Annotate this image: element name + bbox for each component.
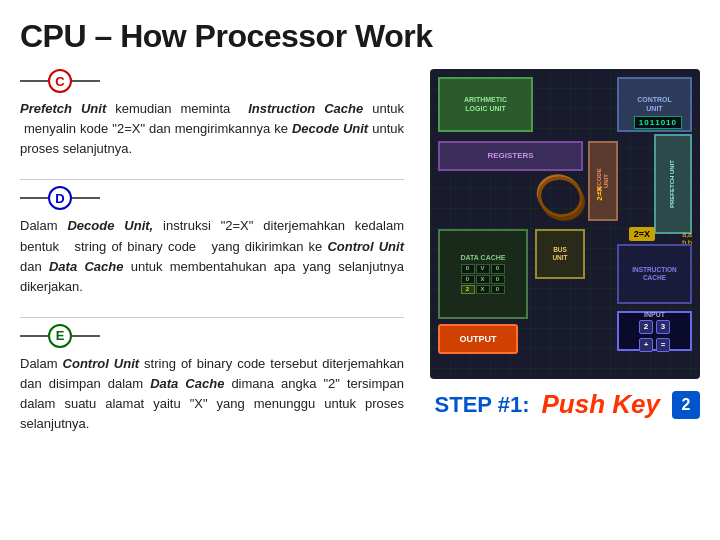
input-label: INPUT xyxy=(644,311,665,318)
dc-cell: 0 xyxy=(491,285,505,294)
circle-d: D xyxy=(48,186,72,210)
control-unit-label-e: Control Unit xyxy=(63,356,140,371)
control-unit-label-d: Control Unit xyxy=(327,239,404,254)
twox-badge: 2=X xyxy=(629,227,655,241)
content-area: C Prefetch Unit kemudian meminta Instruc… xyxy=(20,69,700,530)
bus-unit-block: BUS UNIT xyxy=(535,229,585,279)
page-title: CPU – How Processor Work xyxy=(20,18,700,55)
push-key-label: Push Key xyxy=(542,389,661,420)
dc-cell: 0 xyxy=(491,275,505,284)
step-icon-e: E xyxy=(20,324,404,348)
input-block: INPUT 2 3 + = xyxy=(617,311,692,351)
instruction-cache-block: INSTRUCTION CACHE xyxy=(617,244,692,304)
binary-display: 1011010 xyxy=(634,116,682,129)
key-3: 3 xyxy=(656,320,670,334)
step-icon-d: D xyxy=(20,186,404,210)
instruction-label: Instruction Cache xyxy=(248,101,363,116)
step-block-c: C Prefetch Unit kemudian meminta Instruc… xyxy=(20,69,404,159)
decode-unit-block: DECODE UNIT xyxy=(588,141,618,221)
cpu-diagram: ARITHMETIC LOGIC UNIT CONTROL UNIT 10110… xyxy=(430,69,700,379)
prefetch-unit-label: Prefetch Unit xyxy=(20,101,106,116)
step-text-e: Dalam Control Unit string of binary code… xyxy=(20,354,404,435)
prefetch-unit-block: PREFETCH UNIT xyxy=(654,134,692,234)
twox-decode-label: 2=X xyxy=(595,186,604,200)
dc-cell: X xyxy=(476,285,490,294)
output-block: OUTPUT xyxy=(438,324,518,354)
line-right-d xyxy=(72,197,100,199)
step-icon-c: C xyxy=(20,69,404,93)
step-block-d: D Dalam Decode Unit, instruksi "2=X" dit… xyxy=(20,186,404,297)
datacache-block: DATA CACHE 0 V 0 0 X 0 2 X 0 xyxy=(438,229,528,319)
dc-cell: V xyxy=(476,264,490,273)
decode-unit-label-c: Decode Unit xyxy=(292,121,368,136)
key-num-badge: 2 xyxy=(672,391,700,419)
line-right-c xyxy=(72,80,100,82)
line-right-e xyxy=(72,335,100,337)
step-label: STEP #1: xyxy=(435,392,530,418)
datacache-label: DATA CACHE xyxy=(461,254,506,262)
step-text-d: Dalam Decode Unit, instruksi "2=X" diter… xyxy=(20,216,404,297)
circle-e: E xyxy=(48,324,72,348)
dc-cell-highlight: 2 xyxy=(461,285,475,294)
dc-cell: 0 xyxy=(491,264,505,273)
divider-1 xyxy=(20,179,404,180)
dc-cell: 0 xyxy=(461,264,475,273)
step-text-c: Prefetch Unit kemudian meminta Instructi… xyxy=(20,99,404,159)
step-footer: STEP #1: Push Key 2 xyxy=(435,389,700,420)
page: CPU – How Processor Work C Prefetch Unit… xyxy=(0,0,720,540)
key-2: 2 xyxy=(639,320,653,334)
divider-2 xyxy=(20,317,404,318)
registers-block: REGISTERS xyxy=(438,141,583,171)
key-row-2: + = xyxy=(639,338,670,352)
key-eq: = xyxy=(656,338,670,352)
circle-c: C xyxy=(48,69,72,93)
line-left-e xyxy=(20,335,48,337)
coil-decoration xyxy=(534,172,588,222)
left-panel: C Prefetch Unit kemudian meminta Instruc… xyxy=(20,69,404,530)
datacache-table: 0 V 0 0 X 0 2 X 0 xyxy=(461,264,506,294)
step-block-e: E Dalam Control Unit string of binary co… xyxy=(20,324,404,435)
data-cache-label-d: Data Cache xyxy=(49,259,123,274)
input-keys: 2 3 xyxy=(639,320,670,334)
line-left-d xyxy=(20,197,48,199)
dc-cell: X xyxy=(476,275,490,284)
key-plus: + xyxy=(639,338,653,352)
dc-cell: 0 xyxy=(461,275,475,284)
right-panel: ARITHMETIC LOGIC UNIT CONTROL UNIT 10110… xyxy=(420,69,700,530)
data-cache-label-e: Data Cache xyxy=(150,376,224,391)
line-left-c xyxy=(20,80,48,82)
decode-unit-label-d: Decode Unit, xyxy=(67,218,153,233)
legend-a: a,a xyxy=(682,231,692,238)
alu-block: ARITHMETIC LOGIC UNIT xyxy=(438,77,533,132)
